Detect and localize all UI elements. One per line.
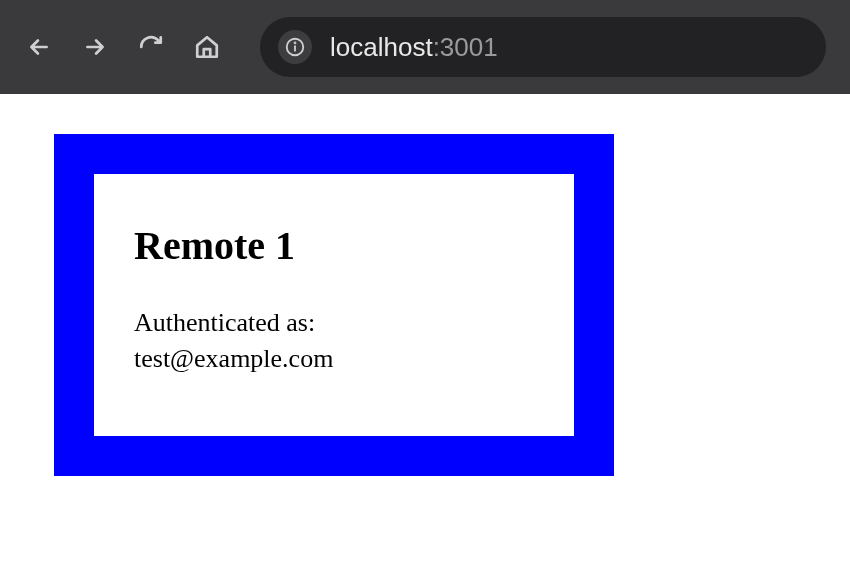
- svg-point-2: [295, 42, 296, 43]
- url-port: :3001: [433, 32, 498, 62]
- home-button[interactable]: [192, 32, 222, 62]
- page-content: Remote 1 Authenticated as: test@example.…: [0, 94, 850, 516]
- info-icon: [284, 36, 306, 58]
- back-button[interactable]: [24, 32, 54, 62]
- blue-container: Remote 1 Authenticated as: test@example.…: [54, 134, 614, 476]
- home-icon: [194, 34, 220, 60]
- reload-button[interactable]: [136, 32, 166, 62]
- arrow-left-icon: [26, 34, 52, 60]
- url-text: localhost:3001: [330, 32, 498, 63]
- reload-icon: [138, 34, 164, 60]
- forward-button[interactable]: [80, 32, 110, 62]
- arrow-right-icon: [82, 34, 108, 60]
- site-info-button[interactable]: [278, 30, 312, 64]
- card: Remote 1 Authenticated as: test@example.…: [94, 174, 574, 436]
- url-host: localhost: [330, 32, 433, 62]
- address-bar[interactable]: localhost:3001: [260, 17, 826, 77]
- browser-toolbar: localhost:3001: [0, 0, 850, 94]
- card-heading: Remote 1: [134, 222, 534, 269]
- auth-email: test@example.com: [134, 344, 333, 373]
- auth-status: Authenticated as: test@example.com: [134, 305, 534, 378]
- auth-label: Authenticated as:: [134, 308, 315, 337]
